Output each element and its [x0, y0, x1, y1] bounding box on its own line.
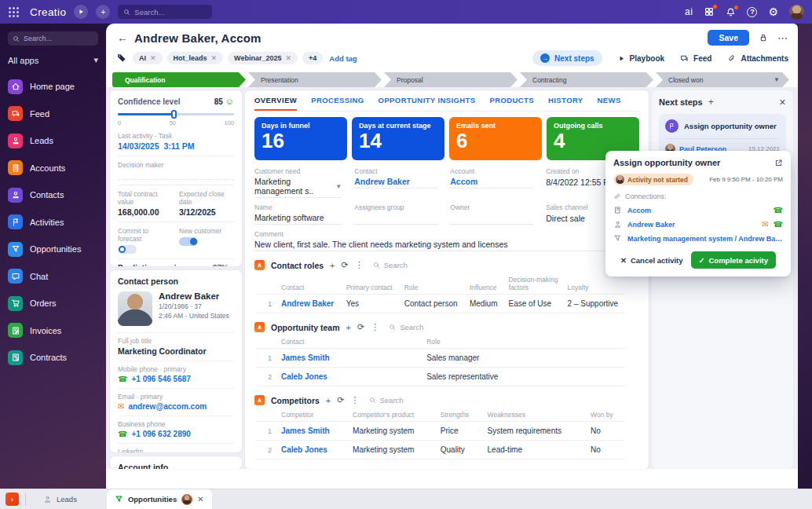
section-search[interactable]: Search — [369, 396, 404, 405]
column-header[interactable]: Decision-making factors — [504, 273, 563, 295]
sidebar-item-feed[interactable]: Feed — [8, 101, 98, 128]
column-header[interactable]: Competitor's product — [348, 408, 436, 422]
connection-opportunity[interactable]: Marketing management system / Andrew Bak… — [613, 234, 783, 243]
section-search[interactable]: Search — [389, 323, 423, 331]
playbook-button[interactable]: Playbook — [618, 54, 664, 63]
refresh-icon[interactable]: ⟳ — [357, 322, 364, 332]
collapse-icon[interactable]: ∧ — [254, 322, 265, 332]
waffle-menu-icon[interactable] — [8, 6, 19, 17]
sidebar-item-home-page[interactable]: Home page — [8, 73, 98, 101]
confidence-slider[interactable] — [118, 110, 234, 118]
cancel-activity-button[interactable]: ✕Cancel activity — [620, 256, 683, 265]
tag-pill[interactable]: AI✕ — [133, 52, 163, 64]
remove-tag-icon[interactable]: ✕ — [285, 54, 291, 62]
more-menu-icon[interactable]: ⋯ — [777, 32, 788, 44]
table-row[interactable]: 2Caleb JonesSales representative — [256, 368, 625, 386]
open-external-icon[interactable] — [774, 159, 783, 167]
email-link[interactable]: andrew@accom.com — [128, 402, 207, 411]
feed-button[interactable]: Feed — [680, 54, 711, 63]
ecd-value[interactable]: 3/12/2025 — [179, 207, 234, 217]
tag-pill[interactable]: Webinar_2025✕ — [228, 52, 298, 64]
creatio-taskbar-icon[interactable]: › — [5, 493, 19, 506]
column-header[interactable]: Contact — [276, 335, 422, 349]
notifications-bell-icon[interactable] — [726, 7, 736, 17]
section-search[interactable]: Search — [373, 261, 408, 269]
contact-link[interactable]: Andrew Baker — [354, 177, 410, 186]
column-header[interactable]: Won by — [586, 408, 625, 422]
workspace-selector[interactable]: All apps ▾ — [8, 55, 98, 65]
record-link[interactable]: Caleb Jones — [276, 368, 422, 386]
tab-opportunity-insights[interactable]: OPPORTUNITY INSIGHTS — [379, 90, 476, 111]
field-contact[interactable]: Contact Andrew Baker — [354, 167, 437, 198]
kebab-menu-icon[interactable]: ⋮ — [371, 322, 379, 332]
chevron-down-icon[interactable]: ▼ — [774, 76, 780, 83]
table-row[interactable]: 1James SmithSales manager — [256, 349, 625, 368]
metric-tile-days-at-current-stage[interactable]: Days at current stage14 — [352, 117, 444, 160]
tab-products[interactable]: PRODUCTS — [490, 90, 535, 111]
field-customer-need[interactable]: Customer need Marketing management s..▼ — [254, 167, 342, 198]
table-row[interactable]: 2Caleb JonesMarketing systemQualityLead-… — [256, 441, 625, 460]
next-steps-toggle[interactable]: → Next steps — [532, 50, 602, 66]
tags-overflow-pill[interactable]: +4 — [302, 52, 323, 64]
add-icon[interactable]: + — [330, 261, 335, 270]
collapse-icon[interactable]: ∧ — [254, 395, 265, 405]
envelope-icon[interactable]: ✉ — [762, 220, 768, 229]
close-icon[interactable]: ✕ — [779, 97, 786, 108]
table-row[interactable]: 1Andrew BakerYesContact personMediumEase… — [256, 295, 625, 313]
sidebar-item-chat[interactable]: Chat — [8, 263, 98, 291]
global-search[interactable] — [118, 5, 212, 19]
play-button[interactable] — [74, 5, 88, 19]
field-account[interactable]: Account Accom — [450, 167, 533, 198]
contact-photo[interactable] — [118, 291, 152, 326]
user-avatar[interactable] — [789, 5, 804, 20]
record-link[interactable]: James Smith — [276, 422, 348, 441]
ai-assistant-button[interactable]: ai — [685, 6, 693, 17]
stage-qualification[interactable]: Qualification — [112, 72, 246, 87]
column-header[interactable]: Weaknesses — [483, 408, 587, 422]
add-step-icon[interactable]: + — [708, 97, 714, 108]
account-link[interactable]: Accom — [450, 177, 477, 186]
save-button[interactable]: Save — [708, 30, 749, 46]
tcv-value[interactable]: 168,000.00 — [118, 207, 173, 217]
business-phone-link[interactable]: +1 096 632 2890 — [131, 430, 190, 438]
connection-account[interactable]: Accom ☎ — [613, 206, 783, 214]
stage-proposal[interactable]: Proposal — [384, 72, 518, 87]
add-button[interactable]: + — [96, 5, 110, 19]
sidebar-item-accounts[interactable]: Accounts — [8, 155, 98, 182]
add-icon[interactable]: + — [346, 323, 351, 332]
mobile-phone-link[interactable]: +1 096 546 5687 — [131, 375, 190, 383]
field-assignees-group[interactable]: Assignees group — [354, 203, 437, 225]
tab-processing[interactable]: PROCESSING — [311, 90, 364, 111]
complete-activity-button[interactable]: ✓Complete acivity — [691, 251, 776, 269]
tag-pill[interactable]: Hot_leads✕ — [167, 52, 224, 64]
remove-tag-icon[interactable]: ✕ — [211, 54, 218, 62]
refresh-icon[interactable]: ⟳ — [342, 260, 349, 270]
table-row[interactable]: 1James SmithMarketing systemPriceSystem … — [256, 422, 625, 441]
attachments-button[interactable]: Attachments — [727, 54, 788, 63]
sidebar-item-orders[interactable]: Orders — [8, 290, 98, 317]
contact-name[interactable]: Andrew Baker — [159, 291, 229, 301]
phone-icon[interactable]: ☎ — [774, 206, 783, 214]
tab-history[interactable]: HISTORY — [548, 90, 583, 111]
column-header[interactable]: Strengths — [436, 408, 483, 422]
last-activity-date-link[interactable]: 14/03/2025 — [118, 141, 159, 151]
add-tag-link[interactable]: Add tag — [329, 54, 357, 63]
metric-tile-emails-sent[interactable]: Emails sent6 — [449, 117, 542, 160]
column-header[interactable]: Primary contact — [342, 273, 400, 295]
connection-contact[interactable]: Andrew Baker ✉☎ — [613, 220, 783, 229]
field-name[interactable]: Name Marketing software — [254, 203, 342, 225]
field-owner[interactable]: Owner — [450, 203, 533, 225]
back-arrow-icon[interactable]: ← — [117, 31, 128, 44]
settings-gear-icon[interactable]: ⚙ — [768, 6, 778, 17]
record-link[interactable]: Andrew Baker — [276, 295, 342, 313]
decision-maker-field[interactable] — [118, 170, 234, 180]
lock-icon[interactable] — [759, 33, 768, 42]
close-tab-icon[interactable]: ✕ — [197, 495, 203, 504]
global-search-input[interactable] — [134, 8, 201, 16]
collapse-icon[interactable]: ∧ — [254, 260, 265, 270]
metric-tile-days-in-funnel[interactable]: Days in funnel16 — [254, 117, 347, 160]
tab-overview[interactable]: OVERVIEW — [254, 90, 297, 111]
refresh-icon[interactable]: ⟳ — [337, 395, 344, 405]
help-icon[interactable]: ? — [747, 7, 757, 17]
chevron-right-icon[interactable]: › — [232, 264, 234, 266]
